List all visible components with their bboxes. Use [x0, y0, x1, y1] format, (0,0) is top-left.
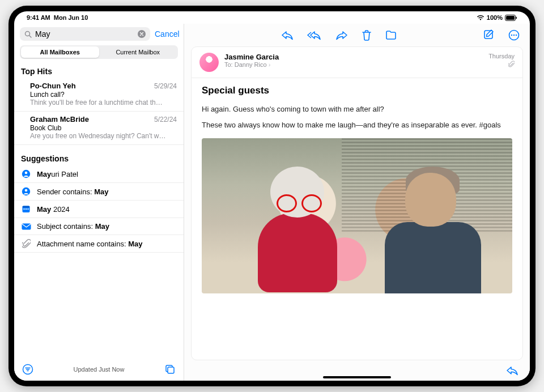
- message-to[interactable]: To: Danny Rico ›: [224, 61, 483, 68]
- sender-avatar[interactable]: [199, 53, 219, 72]
- status-bar: 9:41 AM Mon Jun 10 100%: [14, 11, 530, 24]
- message-subject: Special guests: [202, 85, 512, 96]
- status-time: 9:41 AM: [27, 14, 50, 21]
- message-timestamp: Thursday: [488, 53, 515, 59]
- more-button[interactable]: [508, 29, 520, 41]
- message-toolbar: [184, 24, 530, 46]
- svg-point-24: [511, 35, 512, 36]
- reply-button[interactable]: [281, 29, 294, 41]
- compose-button[interactable]: [483, 29, 495, 41]
- svg-rect-14: [28, 208, 29, 210]
- paperclip-icon: [21, 239, 31, 248]
- message-attachment-image[interactable]: [202, 138, 512, 293]
- section-header-suggestions: Suggestions: [14, 151, 184, 165]
- message-from: Jasmine Garcia: [224, 53, 483, 61]
- move-button[interactable]: [385, 29, 397, 41]
- suggestion-item[interactable]: Sender contains: May: [14, 183, 184, 201]
- battery-percent: 100%: [487, 14, 503, 21]
- hit-preview: Think you'll be free for a lunchtime cha…: [30, 99, 177, 106]
- svg-rect-11: [23, 206, 30, 208]
- battery-icon: [505, 15, 517, 21]
- trash-button[interactable]: [362, 29, 372, 41]
- reply-all-button[interactable]: [307, 29, 322, 41]
- sidebar: Cancel All Mailboxes Current Mailbox Top…: [14, 24, 184, 381]
- reply-footer-button[interactable]: [506, 365, 518, 376]
- search-icon: [24, 31, 32, 38]
- svg-point-25: [513, 35, 515, 36]
- section-header-top-hits: Top Hits: [14, 63, 184, 78]
- suggestion-label: Mayuri Patel: [37, 170, 78, 178]
- forward-button[interactable]: [335, 29, 348, 41]
- segment-current-mailbox[interactable]: Current Mailbox: [99, 46, 177, 58]
- search-input[interactable]: [35, 29, 134, 39]
- calendar-icon: [21, 204, 31, 214]
- svg-rect-2: [516, 16, 517, 19]
- chevron-right-icon: ›: [269, 61, 271, 68]
- svg-rect-21: [168, 367, 174, 373]
- hit-subject: Lunch call?: [30, 91, 177, 99]
- scope-segmented-control[interactable]: All Mailboxes Current Mailbox: [20, 45, 178, 59]
- wifi-icon: [477, 15, 484, 20]
- filter-button[interactable]: [22, 364, 33, 375]
- person-circle-icon: [21, 169, 31, 178]
- ipad-frame: 9:41 AM Mon Jun 10 100%: [8, 6, 536, 386]
- svg-rect-12: [24, 208, 25, 210]
- cancel-button[interactable]: Cancel: [155, 29, 180, 39]
- suggestion-label: Sender contains: May: [37, 188, 108, 196]
- clear-search-button[interactable]: [138, 30, 146, 38]
- screen: 9:41 AM Mon Jun 10 100%: [14, 11, 530, 381]
- svg-point-26: [516, 35, 517, 36]
- message-header[interactable]: Jasmine Garcia To: Danny Rico › Thursday: [192, 47, 522, 78]
- top-hit-item[interactable]: Po-Chun Yeh 5/29/24 Lunch call? Think yo…: [14, 78, 184, 112]
- home-indicator[interactable]: [323, 376, 391, 378]
- search-field[interactable]: [20, 27, 150, 41]
- hit-preview: Are you free on Wednesday night? Can't w…: [30, 132, 177, 140]
- suggestion-item[interactable]: Mayuri Patel: [14, 165, 184, 183]
- hit-sender: Graham McBride: [30, 115, 89, 123]
- suggestion-item[interactable]: May 2024: [14, 201, 184, 218]
- top-hit-item[interactable]: Graham McBride 5/22/24 Book Club Are you…: [14, 112, 184, 145]
- message-paragraph: These two always know how to make me lau…: [202, 120, 512, 130]
- svg-rect-1: [506, 16, 515, 20]
- message-paragraph: Hi again. Guess who's coming to town wit…: [202, 104, 512, 114]
- envelope-icon: [21, 223, 31, 230]
- suggestion-label: May 2024: [37, 205, 70, 214]
- sidebar-footer: Updated Just Now: [14, 359, 184, 381]
- status-date: Mon Jun 10: [54, 14, 88, 21]
- svg-point-7: [25, 172, 28, 174]
- svg-point-9: [25, 189, 28, 192]
- suggestion-item[interactable]: Subject contains: May: [14, 218, 184, 235]
- hit-subject: Book Club: [30, 124, 177, 132]
- svg-line-4: [29, 35, 32, 37]
- hit-date: 5/22/24: [154, 116, 177, 123]
- mailboxes-button[interactable]: [164, 364, 176, 375]
- message-card: Jasmine Garcia To: Danny Rico › Thursday: [191, 46, 523, 360]
- message-pane: Jasmine Garcia To: Danny Rico › Thursday: [184, 24, 530, 381]
- person-circle-icon: [21, 187, 31, 196]
- hit-date: 5/29/24: [154, 82, 177, 90]
- svg-rect-13: [26, 208, 27, 210]
- attachment-icon: [508, 61, 515, 67]
- suggestion-item[interactable]: Attachment name contains: May: [14, 235, 184, 253]
- hit-sender: Po-Chun Yeh: [30, 82, 76, 90]
- suggestion-label: Subject contains: May: [37, 222, 109, 231]
- suggestion-label: Attachment name contains: May: [37, 240, 142, 248]
- update-status: Updated Just Now: [74, 366, 125, 373]
- segment-all-mailboxes[interactable]: All Mailboxes: [21, 46, 99, 58]
